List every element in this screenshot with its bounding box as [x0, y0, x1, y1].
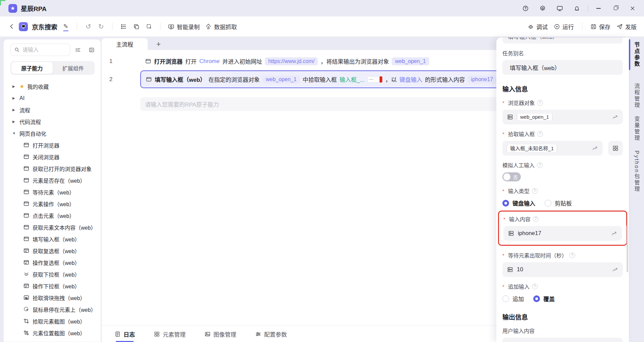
tree-item[interactable]: 获取下拉框（web） [4, 268, 101, 280]
element-ref[interactable]: 输入框_... [340, 75, 365, 83]
section-header-input-section: 输入信息 [502, 84, 623, 93]
variable-tag[interactable]: web_open_1 [517, 114, 552, 120]
variable-pill[interactable]: https://www.jd.com/ [265, 57, 318, 65]
sidebar-tab-extensions[interactable]: 扩展组件 [53, 62, 94, 74]
tree-group-代码流程[interactable]: ▶代码流程 [4, 116, 101, 127]
tree-item[interactable]: 拾取元素截图（web） [4, 315, 101, 327]
tree-group-我的收藏[interactable]: ▶★我的收藏 [4, 80, 101, 92]
strip-tab-流程管理[interactable]: 流程管理 [629, 80, 644, 111]
tree-item[interactable]: 鼠标悬停在元素上（web） [4, 303, 101, 315]
tree-item[interactable]: 打开浏览器 [4, 139, 101, 151]
data-capture-button[interactable]: 数据抓取 [203, 20, 239, 33]
help-icon[interactable] [532, 284, 538, 289]
maximize-button[interactable] [610, 3, 621, 14]
footer-tab-image[interactable]: 图像管理 [204, 326, 236, 342]
strip-tab-变量管理[interactable]: 变量管理 [629, 113, 644, 144]
field-input-task-alias[interactable]: 填写输入框（web） [502, 60, 623, 75]
tree-item[interactable]: 元素操作（web） [4, 198, 101, 210]
tree-item[interactable]: 元素位置截图（web） [4, 327, 101, 339]
play-icon [554, 23, 560, 30]
back-button[interactable] [6, 20, 17, 33]
tree-item[interactable]: 操作复选框（web） [4, 256, 101, 268]
rename-flow-button[interactable]: ✎ [60, 20, 71, 33]
tab-main-flow[interactable]: 主流程 [102, 38, 148, 50]
field-value: iphone17 [518, 230, 541, 236]
tree-item[interactable]: 关闭浏览器 [4, 151, 101, 163]
variable-tag[interactable]: 输入框_未知名称_1 [507, 145, 557, 152]
tree-item[interactable]: 拾取滑块拖拽（web） [4, 292, 101, 303]
run-button[interactable]: 运行 [552, 20, 576, 33]
help-icon[interactable] [537, 162, 543, 168]
sidebar-tab-atomic[interactable]: 原子能力 [11, 62, 53, 74]
win-icon [23, 165, 30, 172]
field-input-pick-input[interactable]: 输入框_未知名称_1 [502, 141, 603, 156]
monitor-button[interactable] [554, 3, 565, 14]
settings-button[interactable] [537, 3, 548, 14]
tree-item[interactable]: 获取元素文本内容（web） [4, 221, 101, 233]
tree-group-AI[interactable]: ▶AI [4, 92, 101, 104]
win-icon [23, 201, 30, 207]
tree-item[interactable]: 元素是否存在（web） [4, 174, 101, 186]
tree-item-label: 鼠标悬停在元素上（web） [33, 305, 96, 314]
help-icon[interactable] [532, 188, 538, 194]
help-icon[interactable] [533, 216, 539, 222]
field-label-text: 输入类型 [508, 187, 530, 195]
minimize-button[interactable] [593, 3, 604, 14]
toggle-simulate-human-input[interactable]: 否 [502, 172, 521, 181]
close-button[interactable] [627, 3, 638, 14]
footer-tab-grid88[interactable]: 元素管理 [154, 326, 186, 342]
variable-pill[interactable]: web_open_1 [392, 57, 429, 65]
tree-view-button[interactable] [73, 45, 84, 55]
bug-icon [528, 23, 534, 30]
node-library-sidebar: 原子能力扩展组件 ▶★我的收藏▶AI▶流程▶代码流程▼网页自动化打开浏览器关闭浏… [3, 39, 101, 342]
pick-element-button[interactable] [608, 141, 623, 156]
field-input-input-content[interactable]: iphone17 [503, 226, 622, 241]
tree-item[interactable]: 填写输入框（web） [4, 233, 101, 245]
help-icon[interactable] [537, 131, 543, 137]
field-input-task-name[interactable]: 填写输入框（web） [502, 38, 623, 44]
step-text: 中拾取输入框 [303, 75, 337, 83]
tree-group-流程[interactable]: ▶流程 [4, 104, 101, 116]
radio-input-type-键盘输入[interactable]: 键盘输入 [502, 199, 535, 207]
field-input-user-input-output[interactable]: form_input_1 [502, 338, 623, 342]
variable-pill[interactable]: web_open_1 [262, 75, 300, 83]
tree-item[interactable]: 操作下拉框（web） [4, 280, 101, 292]
step-link[interactable]: Chrome [199, 58, 219, 65]
collapse-panel-button[interactable] [86, 45, 97, 55]
tree-item[interactable]: 等待元素（web） [4, 186, 101, 198]
undo-button[interactable]: ↺ [83, 20, 94, 33]
tree-item[interactable]: 点击元素（web） [4, 210, 101, 221]
publish-button[interactable]: 发版 [614, 20, 639, 33]
smart-record-button[interactable]: 智能录制 [166, 20, 202, 33]
select-area-button[interactable] [143, 20, 155, 33]
strip-tab-节点参数[interactable]: 节点参数 [629, 39, 644, 70]
mouse-icon [23, 306, 30, 312]
panel-scrollbar[interactable] [627, 225, 628, 272]
field-input-browser-object[interactable]: web_open_1 [502, 110, 623, 124]
footer-tab-config[interactable]: 配置参数 [255, 326, 287, 342]
footer-tab-log[interactable]: 日志 [114, 326, 135, 342]
help-button[interactable] [520, 3, 531, 14]
tree-item[interactable]: 获取复选框（web） [4, 245, 101, 256]
outline-list-button[interactable] [118, 20, 129, 33]
field-input-wait-element-time[interactable]: 10 [502, 262, 623, 277]
save-button[interactable]: 保存 [588, 20, 612, 33]
radio-input-type-剪贴板[interactable]: 剪贴板 [545, 199, 572, 207]
debug-button[interactable]: 调试 [526, 20, 550, 33]
variable-pill[interactable]: iphone17 [467, 75, 496, 83]
help-icon[interactable] [569, 252, 575, 258]
radio-append-mode-追加[interactable]: 追加 [502, 294, 524, 303]
help-icon[interactable] [537, 100, 543, 106]
tree-group-label: 网页自动化 [19, 129, 46, 137]
add-tab-button[interactable]: + [156, 38, 161, 50]
strip-tab-Python包管理[interactable]: Python包管理 [629, 146, 644, 196]
tree-item[interactable]: 获取已打开的浏览器对象 [4, 163, 101, 174]
notifications-button[interactable] [571, 3, 583, 14]
copy-button[interactable] [131, 20, 142, 33]
radio-append-mode-覆盖[interactable]: 覆盖 [533, 294, 555, 303]
redo-button[interactable]: ↻ [95, 20, 107, 33]
step-link[interactable]: 键盘输入 [399, 75, 422, 83]
search-input[interactable] [22, 47, 63, 53]
tree-group-网页自动化[interactable]: ▼网页自动化 [4, 127, 101, 139]
footer-tab-label: 图像管理 [213, 330, 236, 338]
